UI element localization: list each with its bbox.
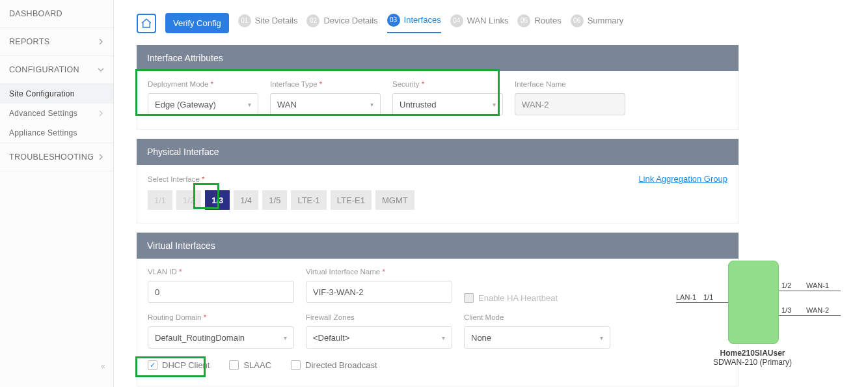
content: Interface Attributes Deployment Mode Edg… [137, 45, 739, 386]
sidebar-item-troubleshooting[interactable]: TROUBLESHOOTING [0, 143, 113, 171]
chevron-down-icon: ▾ [600, 334, 603, 341]
home-icon[interactable] [137, 14, 156, 33]
step-wan-links[interactable]: 04WAN Links [450, 14, 509, 33]
firewall-zones-select[interactable]: <Default>▾ [306, 326, 452, 349]
interface-pill[interactable]: LTE-E1 [331, 190, 372, 210]
main: Verify Config 01Site Details 02Device De… [114, 0, 868, 387]
firewall-zones-label: Firewall Zones [306, 313, 452, 321]
step-interfaces[interactable]: 03Interfaces [387, 14, 441, 33]
client-mode-label: Client Mode [464, 313, 610, 321]
section-body-interface-attributes: Deployment Mode Edge (Gateway)▾ Interfac… [137, 71, 739, 130]
step-number-badge: 03 [387, 14, 400, 27]
vlan-id-input[interactable]: 0 [148, 281, 294, 303]
enable-ha-heartbeat-checkbox: ✓Enable HA Heartbeat [464, 293, 610, 303]
step-site-details[interactable]: 01Site Details [238, 14, 298, 33]
step-number-badge: 01 [238, 14, 251, 27]
step-summary[interactable]: 06Summary [571, 14, 624, 33]
wire [676, 302, 728, 303]
interface-pill[interactable]: MGMT [375, 190, 414, 210]
topology-diagram: LAN-1 1/1 1/2 WAN-1 1/3 WAN-2 Home210SIA… [657, 248, 848, 371]
interface-pill[interactable]: 1/2 [176, 190, 201, 210]
interface-type-select[interactable]: WAN▾ [270, 93, 381, 115]
chevron-down-icon: ▾ [442, 334, 445, 341]
deployment-mode-select[interactable]: Edge (Gateway)▾ [148, 93, 258, 115]
sidebar-item-reports[interactable]: REPORTS [0, 28, 113, 56]
sidebar-collapse-icon[interactable]: « [101, 362, 105, 371]
sidebar-item-advanced-settings[interactable]: Advanced Settings [0, 104, 113, 123]
chevron-right-icon [98, 154, 104, 160]
chevron-down-icon: ▾ [493, 101, 496, 108]
sidebar-item-appliance-settings[interactable]: Appliance Settings [0, 123, 113, 143]
section-body-physical-interface: Link Aggregation Group Select Interface … [137, 165, 739, 223]
wire-label: WAN-2 [806, 306, 829, 314]
checkbox-icon: ✓ [291, 360, 301, 370]
chevron-right-icon [98, 110, 104, 117]
routing-domain-label: Routing Domain [148, 313, 294, 321]
step-device-details[interactable]: 02Device Details [306, 14, 377, 33]
link-aggregation-group-link[interactable]: Link Aggregation Group [638, 174, 727, 184]
section-header-interface-attributes: Interface Attributes [137, 45, 739, 71]
wire-label: 1/3 [781, 306, 791, 314]
interface-pill-group: 1/1 1/2 1/3 1/4 1/5 LTE-1 LTE-E1 MGMT [148, 190, 727, 210]
step-routes[interactable]: 05Routes [517, 14, 561, 33]
section-body-virtual-interfaces: VLAN ID 0 Virtual Interface Name VIF-3-W… [137, 259, 739, 386]
device-node [728, 261, 779, 344]
interface-pill[interactable]: 1/5 [262, 190, 287, 210]
checkbox-icon: ✓ [229, 360, 239, 370]
routing-domain-select[interactable]: Default_RoutingDomain▾ [148, 326, 294, 349]
chevron-down-icon [98, 66, 104, 73]
dhcp-client-checkbox[interactable]: ✓DHCP Client [148, 360, 210, 370]
interface-pill[interactable]: 1/4 [234, 190, 258, 210]
checkbox-icon: ✓ [464, 293, 474, 303]
wire-label: WAN-1 [806, 281, 829, 289]
directed-broadcast-checkbox[interactable]: ✓Directed Broadcast [291, 360, 377, 370]
wire-label: 1/1 [703, 293, 713, 301]
interface-name-input: WAN-2 [515, 93, 625, 115]
section-header-physical-interface: Physical Interface [137, 139, 739, 165]
client-mode-select[interactable]: None▾ [464, 326, 610, 349]
sidebar-item-configuration[interactable]: CONFIGURATION [0, 56, 113, 84]
step-number-badge: 04 [450, 14, 463, 27]
vlan-id-label: VLAN ID [148, 268, 294, 276]
wire-label: 1/2 [781, 281, 791, 289]
security-label: Security [392, 80, 503, 88]
checkbox-icon: ✓ [148, 360, 157, 370]
wire [779, 315, 841, 316]
chevron-down-icon: ▾ [284, 334, 287, 341]
step-number-badge: 06 [571, 14, 584, 27]
sidebar: DASHBOARD REPORTS CONFIGURATION Site Con… [0, 0, 114, 387]
device-label: Home210SIAUserSDWAN-210 (Primary) [657, 349, 848, 367]
interface-name-label: Interface Name [515, 80, 625, 88]
sidebar-item-dashboard[interactable]: DASHBOARD [0, 0, 113, 28]
chevron-down-icon: ▾ [248, 101, 251, 108]
verify-config-button[interactable]: Verify Config [165, 13, 229, 33]
step-number-badge: 05 [517, 14, 530, 27]
select-interface-label: Select Interface [148, 175, 205, 183]
wizard-steps: Verify Config 01Site Details 02Device De… [114, 0, 868, 33]
virtual-interface-name-input[interactable]: VIF-3-WAN-2 [306, 281, 452, 303]
security-select[interactable]: Untrusted▾ [392, 93, 503, 115]
deployment-mode-label: Deployment Mode [148, 80, 258, 88]
wire [779, 291, 841, 291]
virtual-interface-name-label: Virtual Interface Name [306, 268, 452, 276]
step-number-badge: 02 [306, 14, 319, 27]
interface-type-label: Interface Type [270, 80, 381, 88]
slaac-checkbox[interactable]: ✓SLAAC [229, 360, 271, 370]
interface-pill[interactable]: 1/1 [148, 190, 172, 210]
chevron-right-icon [98, 38, 104, 45]
wire-label: LAN-1 [676, 293, 696, 301]
interface-pill[interactable]: LTE-1 [291, 190, 326, 210]
interface-pill-selected[interactable]: 1/3 [205, 190, 230, 210]
section-header-virtual-interfaces: Virtual Interfaces [137, 233, 739, 259]
chevron-down-icon: ▾ [370, 101, 373, 108]
sidebar-item-site-configuration[interactable]: Site Configuration [0, 84, 113, 104]
